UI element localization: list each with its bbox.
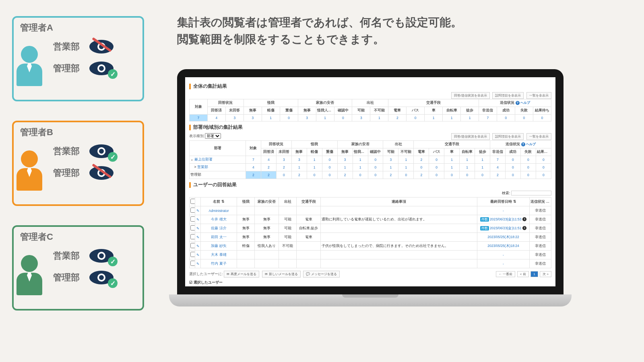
user-row: ✎今井 雄大無事無事可能電車通勤に利用している電車が遅延しているため、出社が遅れ… <box>190 215 551 224</box>
edit-icon[interactable]: ✎ <box>196 262 200 266</box>
admin-b-title: 管理者B <box>20 126 136 138</box>
edit-icon[interactable]: ✎ <box>196 235 200 239</box>
row-check[interactable] <box>190 243 195 248</box>
pager-next[interactable]: 次 > <box>540 271 551 277</box>
laptop-base <box>169 294 572 306</box>
btn-hide-items-2[interactable]: 設問項目を非表示 <box>492 133 524 140</box>
row-check[interactable] <box>190 208 195 213</box>
admin-b-dept2: 管理部 <box>53 167 80 179</box>
section-users-title: ユーザーの回答結果 <box>189 181 551 188</box>
btn-newmail[interactable]: ✉ 新しいメールを送る <box>262 271 301 278</box>
app-screen: 全体の集計結果 回答/送信状況を非表示 設問項目を非表示 一覧を非表示 対象 回… <box>185 77 555 286</box>
headline: 集計表の閲覧者は管理者であれば、何名でも設定可能。 閲覧範囲を制限をすることもで… <box>177 14 462 48</box>
edit-icon[interactable]: ✎ <box>196 226 200 230</box>
person-icon <box>21 150 42 191</box>
admin-a-title: 管理者A <box>20 22 136 34</box>
user-row: ✎佐藤 涼介無事無事可能自転車,徒歩件数2023/06/23(金)11:51 3… <box>190 224 551 233</box>
user-row: ✎前田 太一無事無事可能電車2023/05/25(木)18:22非送信 <box>190 233 551 242</box>
laptop-frame: 全体の集計結果 回答/送信状況を非表示 設問項目を非表示 一覧を非表示 対象 回… <box>177 69 564 306</box>
search-input[interactable] <box>511 191 551 195</box>
eye-allowed-icon: ✓ <box>87 247 116 265</box>
edit-icon[interactable]: ✎ <box>196 244 200 248</box>
btn-hide-status[interactable]: 回答/送信状況を非表示 <box>451 92 490 99</box>
row-check[interactable] <box>190 261 195 266</box>
svg-point-5 <box>99 66 104 71</box>
btn-hide-status-2[interactable]: 回答/送信状況を非表示 <box>451 133 490 140</box>
user-row: ✎Administrator-非送信 <box>190 206 551 215</box>
pager-prev[interactable]: < 前 <box>517 271 529 277</box>
headline-line2: 閲覧範囲を制限をすることもできます。 <box>177 31 462 48</box>
dept-row: > 営業部42211011011001114000 <box>190 164 551 171</box>
section-dept-title: 部署/地域別の集計結果 <box>189 124 551 131</box>
help-icon[interactable]: ヘルプ <box>516 101 530 105</box>
filter-select[interactable]: 部署 <box>205 133 221 139</box>
check-all[interactable] <box>190 199 195 204</box>
pager-current[interactable]: 1 <box>530 271 538 277</box>
row-check[interactable] <box>190 234 195 239</box>
user-name[interactable]: 大木 泰雄 <box>201 251 237 259</box>
help-icon[interactable]: ヘルプ <box>546 200 551 204</box>
user-row: ✎竹内 夏子-非送信 <box>190 259 551 268</box>
eye-allowed-icon: ✓ <box>87 269 116 286</box>
headline-line1: 集計表の閲覧者は管理者であれば、何名でも設定可能。 <box>177 14 462 31</box>
svg-point-14 <box>99 253 104 258</box>
eye-allowed-icon: ✓ <box>87 60 116 77</box>
dept-row: 管理部22020020020200002000 <box>190 171 551 179</box>
user-name[interactable]: 佐藤 涼介 <box>201 224 237 233</box>
admin-c-dept1: 営業部 <box>53 250 80 262</box>
user-name[interactable]: 今井 雄大 <box>201 215 237 224</box>
admin-c-title: 管理者C <box>20 231 136 243</box>
user-name[interactable]: Administrator <box>201 206 237 215</box>
btn-resend[interactable]: ✉ 再度メールを送る <box>224 271 259 278</box>
user-row: ✎加藤 紗矢軽傷怪我人あり不可能子供が怪我をしてしまったので、病院に行きます。そ… <box>190 242 551 251</box>
pager-first[interactable]: ← 一番前 <box>496 271 515 277</box>
table-users: 名前 ⇅ 怪我 家族の安否 出社 交通手段 連絡事項 最終回答日時 ⇅ 送信状況… <box>189 197 551 268</box>
eye-blocked-icon <box>87 164 116 182</box>
edit-icon[interactable]: ✎ <box>196 253 200 257</box>
section-overall-title: 全体の集計結果 <box>189 83 551 90</box>
person-icon <box>21 255 42 295</box>
btn-message[interactable]: 💬 メッセージを送る <box>303 271 340 278</box>
user-row: ✎大木 泰雄-非送信 <box>190 251 551 259</box>
admin-card-a: 管理者A 営業部 管理部 ✓ <box>12 16 144 101</box>
selected-users: ☑ 選択したユーザー ● 誰も選択していません <box>189 280 551 286</box>
dept-row: ⌄ 最上位部署74331031031201117000 <box>190 156 551 164</box>
btn-hide-list[interactable]: 一覧を非表示 <box>526 92 551 99</box>
admin-card-c: 管理者C 営業部 ✓ 管理部 ✓ <box>12 225 144 311</box>
admin-a-dept1: 営業部 <box>53 41 80 53</box>
col-dept: 部署 <box>190 141 246 156</box>
edit-icon[interactable]: ✎ <box>196 218 200 222</box>
row-check[interactable] <box>190 225 195 230</box>
edit-icon[interactable]: ✎ <box>196 209 200 213</box>
help-icon[interactable]: ヘルプ <box>521 142 536 146</box>
btn-hide-list-2[interactable]: 一覧を非表示 <box>526 133 551 140</box>
filter-label: 表示種別 <box>189 134 204 138</box>
table-overall: 対象 回答状況 怪我 家族の安否 出社 交通手段 送信状況 ヘルプ 回答済未回答… <box>189 99 551 121</box>
col-target: 対象 <box>190 99 208 115</box>
btn-hide-items[interactable]: 設問項目を非表示 <box>492 92 524 99</box>
pager: ← 一番前 < 前 1 次 > <box>495 272 551 276</box>
search-label: 検索: <box>502 191 510 195</box>
admin-c-dept2: 管理部 <box>53 272 80 284</box>
row-check[interactable] <box>190 216 195 222</box>
person-icon <box>21 46 42 86</box>
svg-point-17 <box>99 275 104 280</box>
eye-blocked-icon <box>87 38 116 56</box>
svg-point-8 <box>99 149 104 154</box>
table-dept: 部署 対象 回答状況 怪我 家族の安否 出社 交通手段 送信状況 ヘルプ 回答済… <box>189 140 551 179</box>
action-prefix: 選択したユーザーに: <box>189 272 223 276</box>
admin-a-dept2: 管理部 <box>53 62 80 74</box>
user-name[interactable]: 加藤 紗矢 <box>201 242 237 251</box>
row-check[interactable] <box>190 252 195 257</box>
eye-allowed-icon: ✓ <box>87 142 116 160</box>
user-name[interactable]: 前田 太一 <box>201 233 237 242</box>
admin-b-dept1: 営業部 <box>53 145 80 157</box>
user-name[interactable]: 竹内 夏子 <box>201 259 237 268</box>
admin-card-b: 管理者B 営業部 ✓ 管理部 <box>12 121 144 206</box>
